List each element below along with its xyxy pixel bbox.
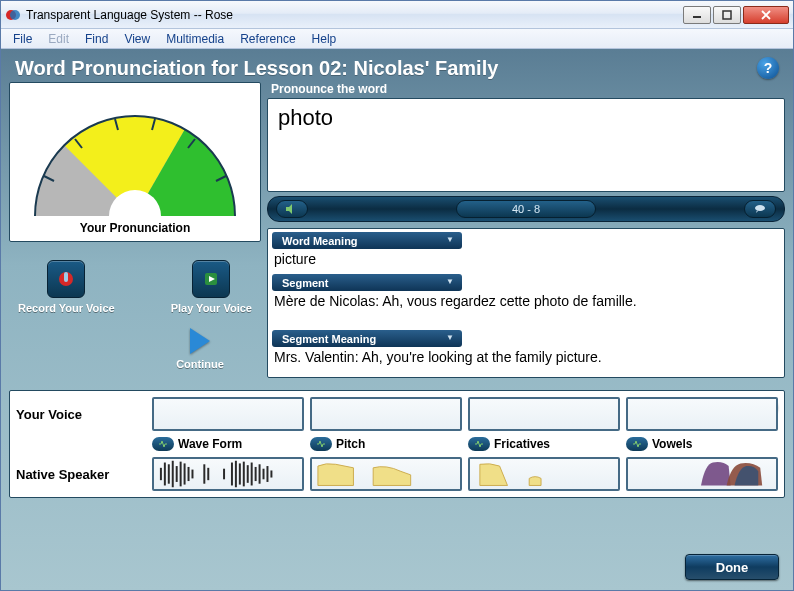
minimize-button[interactable]: [683, 6, 711, 24]
col-fricatives: Fricatives: [468, 437, 620, 451]
svg-point-14: [755, 205, 765, 211]
word-navbar: 40 - 8: [267, 196, 785, 222]
your-voice-label: Your Voice: [16, 407, 146, 422]
col-waveform: Wave Form: [152, 437, 304, 451]
native-pitch: [310, 457, 462, 491]
menubar: File Edit Find View Multimedia Reference…: [1, 29, 793, 49]
window-title: Transparent Language System -- Rose: [26, 8, 681, 22]
svg-rect-25: [207, 468, 209, 480]
svg-rect-18: [172, 461, 174, 487]
svg-rect-32: [251, 463, 253, 486]
zoom-icon[interactable]: [626, 437, 648, 451]
maximize-button[interactable]: [713, 6, 741, 24]
play-icon: [190, 328, 210, 354]
done-button[interactable]: Done: [685, 554, 779, 580]
titlebar: Transparent Language System -- Rose: [1, 1, 793, 29]
segment-text: Mère de Nicolas: Ah, vous regardez cette…: [268, 291, 784, 313]
svg-rect-17: [168, 464, 170, 483]
svg-rect-31: [247, 465, 249, 483]
gauge-label: Your Pronunciation: [10, 221, 260, 235]
zoom-icon[interactable]: [152, 437, 174, 451]
record-voice-button[interactable]: Record Your Voice: [18, 260, 115, 314]
native-fricatives: [468, 457, 620, 491]
your-fricatives: [468, 397, 620, 431]
zoom-icon[interactable]: [468, 437, 490, 451]
svg-rect-29: [239, 463, 241, 484]
svg-rect-24: [203, 464, 205, 483]
svg-rect-26: [223, 469, 225, 480]
menu-edit: Edit: [40, 30, 77, 48]
svg-rect-33: [255, 467, 257, 481]
svg-point-1: [10, 10, 20, 20]
your-waveform: [152, 397, 304, 431]
page-title: Word Pronunciation for Lesson 02: Nicola…: [9, 53, 785, 82]
svg-rect-30: [243, 462, 245, 487]
svg-rect-37: [270, 470, 272, 477]
menu-help[interactable]: Help: [304, 30, 345, 48]
your-vowels: [626, 397, 778, 431]
svg-rect-16: [164, 463, 166, 486]
menu-reference[interactable]: Reference: [232, 30, 303, 48]
segment-header[interactable]: Segment: [272, 274, 462, 291]
play-voice-button[interactable]: Play Your Voice: [171, 260, 252, 314]
voice-analysis-panel: ? Your Voice Wave Form Pitch Fricatives …: [9, 390, 785, 498]
svg-rect-12: [64, 272, 68, 282]
svg-rect-28: [235, 461, 237, 487]
native-waveform: [152, 457, 304, 491]
pronounce-label: Pronounce the word: [267, 82, 785, 98]
word-meaning-text: picture: [268, 249, 784, 271]
nav-counter: 40 - 8: [456, 200, 596, 218]
segment-meaning-header[interactable]: Segment Meaning: [272, 330, 462, 347]
word-meaning-header[interactable]: Word Meaning: [272, 232, 462, 249]
svg-rect-23: [191, 470, 193, 479]
svg-rect-27: [231, 463, 233, 486]
svg-rect-2: [693, 16, 701, 18]
word-display: photo: [267, 98, 785, 192]
app-icon: [5, 7, 21, 23]
chat-icon: [753, 204, 767, 214]
svg-rect-22: [188, 467, 190, 481]
svg-rect-15: [160, 468, 162, 480]
info-panel: Word Meaning picture Segment Mère de Nic…: [267, 228, 785, 378]
col-vowels: Vowels: [626, 437, 778, 451]
segment-meaning-text: Mrs. Valentin: Ah, you're looking at the…: [268, 347, 784, 369]
col-pitch: Pitch: [310, 437, 462, 451]
menu-view[interactable]: View: [116, 30, 158, 48]
nav-next-button[interactable]: [744, 200, 776, 218]
native-vowels: [626, 457, 778, 491]
your-pitch: [310, 397, 462, 431]
nav-prev-button[interactable]: [276, 200, 308, 218]
svg-rect-34: [259, 464, 261, 483]
help-button[interactable]: ?: [757, 57, 779, 79]
svg-rect-19: [176, 466, 178, 482]
svg-rect-21: [184, 463, 186, 484]
continue-button[interactable]: Continue: [139, 328, 261, 370]
svg-rect-20: [180, 462, 182, 487]
menu-multimedia[interactable]: Multimedia: [158, 30, 232, 48]
menu-file[interactable]: File: [5, 30, 40, 48]
svg-rect-36: [266, 466, 268, 482]
svg-rect-35: [263, 469, 265, 480]
zoom-icon[interactable]: [310, 437, 332, 451]
menu-find[interactable]: Find: [77, 30, 116, 48]
svg-rect-3: [723, 11, 731, 19]
speaker-icon: [285, 204, 299, 214]
pronunciation-gauge: Your Pronunciation: [9, 82, 261, 242]
native-speaker-label: Native Speaker: [16, 467, 146, 482]
close-button[interactable]: [743, 6, 789, 24]
